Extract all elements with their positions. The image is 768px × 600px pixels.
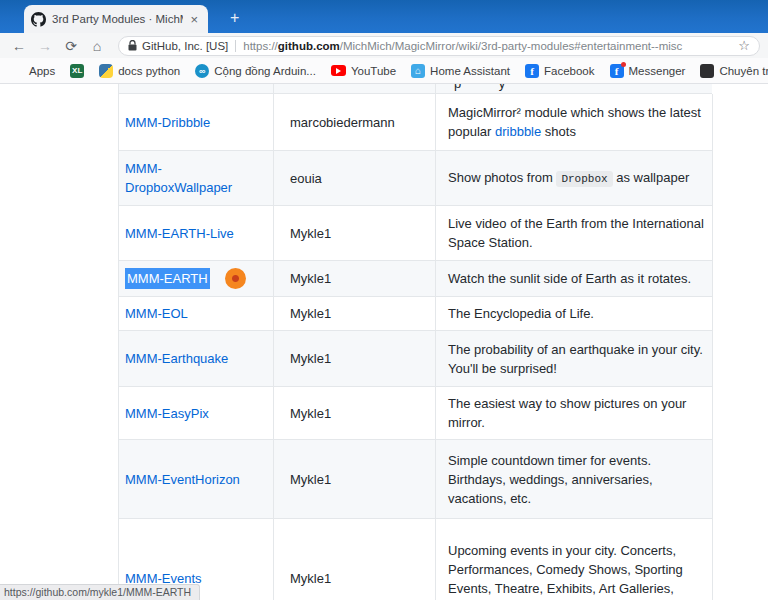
url-host: github.com: [278, 40, 340, 52]
bookmark-label: Cộng đồng Arduin...: [214, 65, 316, 77]
status-url-tooltip: https://github.com/mykle1/MMM-EARTH: [0, 584, 200, 600]
dark-site-icon: [700, 64, 714, 78]
bookmark-youtube[interactable]: YouTube: [331, 65, 396, 77]
table-row-clipped: p y: [119, 84, 712, 94]
description-cell: Watch the sunlit side of Earth as it rot…: [436, 261, 713, 297]
bookmark-home-assistant[interactable]: ⌂ Home Assistant: [411, 64, 510, 78]
author-cell: marcobiedermann: [274, 94, 436, 151]
browser-tab[interactable]: 3rd Party Modules · MichMich/M ×: [24, 5, 208, 33]
lock-icon: [128, 40, 137, 51]
author-cell: Mykle1: [274, 261, 436, 297]
modules-table: p y MMM-Dribbble marcobiedermann MagicMi…: [118, 84, 712, 600]
url-scheme: https://: [243, 40, 278, 52]
bookmark-messenger[interactable]: f Messenger: [610, 64, 686, 78]
description-cell: Show photos from Dropbox as wallpaper: [436, 151, 713, 206]
github-favicon-icon: [31, 12, 46, 27]
table-row: MMM-EventHorizon Mykle1 Simple countdown…: [119, 440, 712, 519]
bookmark-star-icon[interactable]: ☆: [732, 38, 750, 53]
home-assistant-icon: ⌂: [411, 64, 425, 78]
author-cell: Mykle1: [274, 331, 436, 387]
bookmark-facebook[interactable]: f Facebook: [525, 64, 595, 78]
apps-grid-icon: [10, 64, 24, 78]
table-row: MMM-DropboxWallpaper eouia Show photos f…: [119, 151, 712, 206]
author-cell: Mykle1: [274, 387, 436, 440]
author-cell: Mykle1: [274, 297, 436, 331]
table-row: MMM-EOL Mykle1 The Encyclopedia of Life.: [119, 297, 712, 331]
security-label: GitHub, Inc. [US]: [142, 40, 228, 52]
arduino-community-icon: ∞: [195, 64, 209, 78]
bookmark-apps[interactable]: Apps: [10, 64, 55, 78]
bookmark-docs-python[interactable]: docs python: [99, 64, 180, 78]
home-icon[interactable]: ⌂: [86, 36, 108, 56]
forward-icon[interactable]: →: [34, 36, 56, 56]
bookmark-label: YouTube: [351, 65, 396, 77]
code-chip: Dropbox: [556, 171, 612, 187]
module-link-mmm-earthquake[interactable]: MMM-Earthquake: [125, 349, 228, 368]
module-link-mmm-earth[interactable]: MMM-EARTH: [125, 268, 210, 289]
description-cell: The Encyclopedia of Life.: [436, 297, 713, 331]
description-cell: The easiest way to show pictures on your…: [436, 387, 713, 440]
bookmark-label: docs python: [118, 65, 180, 77]
module-link-mmm-easypix[interactable]: MMM-EasyPix: [125, 404, 209, 423]
bookmark-label: Facebook: [544, 65, 595, 77]
click-indicator-icon: [225, 268, 246, 289]
python-icon: [99, 64, 113, 78]
back-icon[interactable]: ←: [8, 36, 30, 56]
url-text: https://github.com/MichMich/MagicMirror/…: [243, 40, 732, 52]
table-row: MMM-Dribbble marcobiedermann MagicMirror…: [119, 94, 712, 151]
description-cell: The probability of an earthquake in your…: [436, 331, 713, 387]
description-cell: Upcoming events in your city. Concerts, …: [436, 519, 713, 600]
tab-close-icon[interactable]: ×: [187, 12, 201, 27]
author-cell: eouia: [274, 151, 436, 206]
facebook-icon: f: [525, 64, 539, 78]
author-cell: Mykle1: [274, 519, 436, 600]
tab-title: 3rd Party Modules · MichMich/M: [52, 13, 183, 25]
new-tab-button[interactable]: +: [222, 8, 247, 28]
bookmark-label: Messenger: [629, 65, 686, 77]
module-link-mmm-earth-live[interactable]: MMM-EARTH-Live: [125, 224, 234, 243]
module-link-mmm-dribbble[interactable]: MMM-Dribbble: [125, 113, 210, 132]
table-row: MMM-EARTH-Live Mykle1 Live video of the …: [119, 206, 712, 261]
excel-icon: XL: [70, 64, 84, 78]
module-link-mmm-eventhorizon[interactable]: MMM-EventHorizon: [125, 470, 240, 489]
bookmark-excel[interactable]: XL: [70, 64, 84, 78]
author-cell: Mykle1: [274, 440, 436, 519]
page-content: p y MMM-Dribbble marcobiedermann MagicMi…: [0, 84, 768, 600]
description-cell: Live video of the Earth from the Interna…: [436, 206, 713, 261]
module-link-mmm-eol[interactable]: MMM-EOL: [125, 304, 188, 323]
bookmark-label: Home Assistant: [430, 65, 510, 77]
bookmark-label: Chuyên trang Hom...: [719, 65, 768, 77]
dribbble-link[interactable]: dribbble: [495, 124, 541, 139]
bookmark-label: Apps: [29, 65, 55, 77]
table-row: MMM-Earthquake Mykle1 The probability of…: [119, 331, 712, 387]
bookmarks-bar: Apps XL docs python ∞ Cộng đồng Arduin..…: [0, 58, 768, 84]
table-row: MMM-Events Mykle1 Upcoming events in you…: [119, 519, 712, 600]
reload-icon[interactable]: ⟳: [60, 36, 82, 56]
notification-dot: [621, 62, 626, 67]
table-row-selected: MMM-EARTH Mykle1 Watch the sunlit side o…: [119, 261, 712, 297]
address-bar[interactable]: GitHub, Inc. [US] https://github.com/Mic…: [118, 36, 760, 56]
clipped-text-fragment: p y: [454, 84, 712, 93]
youtube-icon: [331, 65, 346, 76]
module-link-mmm-dropboxwallpaper[interactable]: MMM-DropboxWallpaper: [125, 159, 267, 197]
bookmark-arduino-community[interactable]: ∞ Cộng đồng Arduin...: [195, 64, 316, 78]
author-cell: Mykle1: [274, 206, 436, 261]
url-divider: [235, 40, 236, 52]
bookmark-chuyen-trang[interactable]: Chuyên trang Hom...: [700, 64, 768, 78]
messenger-icon: f: [610, 64, 624, 78]
url-path: /MichMich/MagicMirror/wiki/3rd-party-mod…: [340, 40, 683, 52]
browser-toolbar: ← → ⟳ ⌂ GitHub, Inc. [US] https://github…: [0, 33, 768, 58]
description-cell: MagicMirror² module which shows the late…: [436, 94, 713, 151]
description-cell: Simple countdown timer for events. Birth…: [436, 440, 713, 519]
tab-strip: 3rd Party Modules · MichMich/M × +: [0, 0, 768, 33]
table-row: MMM-EasyPix Mykle1 The easiest way to sh…: [119, 387, 712, 440]
